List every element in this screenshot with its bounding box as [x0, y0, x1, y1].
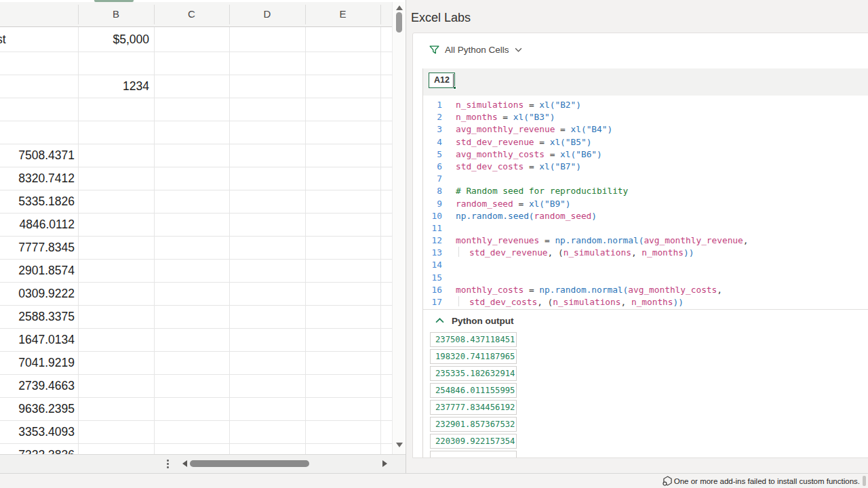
- code-text: # Random seed for reproducibility: [456, 185, 628, 197]
- addin-hexagon-icon: [663, 476, 673, 486]
- code-line[interactable]: 15: [423, 272, 868, 284]
- line-number: 14: [423, 259, 442, 271]
- output-cell: 237508.437118451: [430, 332, 517, 347]
- vertical-scrollbar[interactable]: [392, 2, 405, 454]
- python-cells-filter-dropdown[interactable]: All Python Cells: [429, 43, 522, 56]
- python-output-label: Python output: [452, 316, 513, 326]
- code-text: n_months = xl("B3"): [456, 111, 555, 123]
- cell-reference-label: A12: [434, 75, 450, 85]
- cell-columnA[interactable]: 0309.9222: [0, 283, 75, 305]
- code-text: avg_monthly_costs = xl("B6"): [456, 148, 602, 161]
- code-editor[interactable]: 1n_simulations = xl("B2")2n_months = xl(…: [423, 96, 868, 309]
- code-line[interactable]: 12monthly_revenues = np.random.normal(av…: [423, 235, 868, 247]
- line-number: 11: [423, 222, 442, 235]
- code-line[interactable]: 6std_dev_costs = xl("B7"): [423, 161, 868, 173]
- line-number: 13: [423, 247, 442, 259]
- code-output-divider: [423, 309, 868, 310]
- code-line[interactable]: 14: [423, 259, 868, 271]
- status-message-text: One or more add-ins failed to install cu…: [674, 477, 860, 485]
- header-separator: [305, 5, 306, 24]
- code-line[interactable]: 4std_dev_revenue = xl("B5"): [423, 136, 868, 148]
- cell-columnA[interactable]: 3353.4093: [0, 421, 75, 443]
- line-number: 7: [423, 173, 442, 185]
- cell-columnB[interactable]: 1234: [78, 75, 149, 98]
- scroll-down-arrow-icon[interactable]: [396, 443, 403, 447]
- column-header-B[interactable]: B: [78, 2, 154, 26]
- column-header-E[interactable]: E: [305, 2, 380, 26]
- code-text: n_simulations = xl("B2"): [456, 99, 581, 111]
- sheet-row: 7508.4371: [0, 144, 392, 167]
- code-line[interactable]: 8# Random seed for reproducibility: [423, 185, 868, 197]
- code-line[interactable]: 2n_months = xl("B3"): [423, 111, 868, 123]
- line-number: 2: [423, 111, 442, 123]
- code-line[interactable]: 10np.random.seed(random_seed): [423, 210, 868, 222]
- line-number: 17: [423, 296, 442, 308]
- sheet-row: 5335.1826: [0, 190, 392, 214]
- code-line[interactable]: 16monthly_costs = np.random.normal(avg_m…: [423, 284, 868, 296]
- line-number: 15: [423, 272, 442, 284]
- scroll-left-arrow-icon[interactable]: [182, 460, 187, 467]
- code-text: std_dev_costs, (n_simulations, n_months)…: [456, 296, 684, 308]
- cell-columnA[interactable]: 7508.4371: [0, 144, 75, 167]
- pane-scrollbar-stub[interactable]: [863, 476, 866, 486]
- cell-columnA[interactable]: 4846.0112: [0, 214, 75, 236]
- code-line[interactable]: 3avg_monthly_revenue = xl("B4"): [423, 123, 868, 136]
- code-line[interactable]: 1n_simulations = xl("B2"): [423, 99, 868, 111]
- scroll-right-arrow-icon[interactable]: [382, 460, 387, 467]
- cell-columnA[interactable]: 7041.9219: [0, 352, 75, 374]
- code-line[interactable]: 13std_dev_revenue, (n_simulations, n_mon…: [423, 247, 868, 259]
- code-line[interactable]: 7: [423, 173, 868, 185]
- funnel-icon: [429, 45, 439, 55]
- code-line[interactable]: 5avg_monthly_costs = xl("B6"): [423, 148, 868, 161]
- sheet-row: 4846.0112: [0, 214, 392, 237]
- code-line[interactable]: 11: [423, 222, 868, 235]
- vertical-scrollbar-thumb[interactable]: [396, 12, 402, 33]
- sheet-row: 7322.3836: [0, 444, 392, 454]
- line-number: 9: [423, 198, 442, 210]
- code-text: std_dev_costs = xl("B7"): [456, 161, 581, 173]
- sheet-grid[interactable]: st$5,00012347508.43718320.74125335.18264…: [0, 27, 392, 454]
- line-number: 3: [423, 123, 442, 136]
- addin-error-message[interactable]: One or more add-ins failed to install cu…: [663, 474, 860, 488]
- cell-columnA[interactable]: 2901.8574: [0, 260, 75, 282]
- cell-columnB[interactable]: $5,000: [78, 27, 149, 52]
- cell-columnA[interactable]: 8320.7412: [0, 167, 75, 190]
- header-separator: [78, 5, 79, 24]
- cell-columnA[interactable]: 7322.3836: [0, 444, 75, 454]
- code-text: monthly_revenues = np.random.normal(avg_…: [456, 235, 749, 247]
- column-header-D[interactable]: D: [229, 2, 305, 26]
- column-header-C[interactable]: C: [154, 2, 229, 26]
- sheet-row: 2739.4663: [0, 375, 392, 398]
- sheet-row: 0309.9222: [0, 283, 392, 306]
- python-cell-block: A12 1n_simulations = xl("B2")2n_months =…: [422, 68, 868, 458]
- cell-columnA[interactable]: 5335.1826: [0, 190, 75, 213]
- chevron-up-icon: [435, 318, 444, 323]
- cell-reference-badge[interactable]: A12: [429, 73, 455, 88]
- sheet-row: 7777.8345: [0, 237, 392, 260]
- line-number: 16: [423, 284, 442, 296]
- cell-columnA[interactable]: 1647.0134: [0, 329, 75, 351]
- header-separator: [380, 5, 381, 24]
- python-cell-header: A12: [423, 68, 868, 96]
- text-cursor: [453, 74, 454, 87]
- cell-columnA[interactable]: 2588.3375: [0, 306, 75, 328]
- horizontal-scrollbar[interactable]: [0, 454, 406, 473]
- sheet-row: [0, 121, 392, 144]
- code-line[interactable]: 9random_seed = xl("B9"): [423, 198, 868, 210]
- sheet-row: 2588.3375: [0, 306, 392, 329]
- scroll-up-arrow-icon[interactable]: [396, 5, 403, 10]
- filter-label: All Python Cells: [445, 45, 509, 55]
- cell-columnA[interactable]: 9636.2395: [0, 398, 75, 420]
- sheet-row: [0, 98, 392, 121]
- sheet-row: 7041.9219: [0, 352, 392, 375]
- code-line[interactable]: 17std_dev_costs, (n_simulations, n_month…: [423, 296, 868, 308]
- horizontal-scrollbar-thumb[interactable]: [190, 460, 309, 467]
- python-output-collapse[interactable]: Python output: [435, 314, 513, 327]
- line-number: 5: [423, 148, 442, 161]
- cell-columnA[interactable]: st: [0, 27, 6, 52]
- scrollbar-resize-handle[interactable]: [167, 460, 169, 470]
- cell-columnA[interactable]: 7777.8345: [0, 237, 75, 259]
- pane-title: Excel Labs: [411, 11, 471, 25]
- sheet-row: st$5,000: [0, 27, 392, 52]
- cell-columnA[interactable]: 2739.4663: [0, 375, 75, 397]
